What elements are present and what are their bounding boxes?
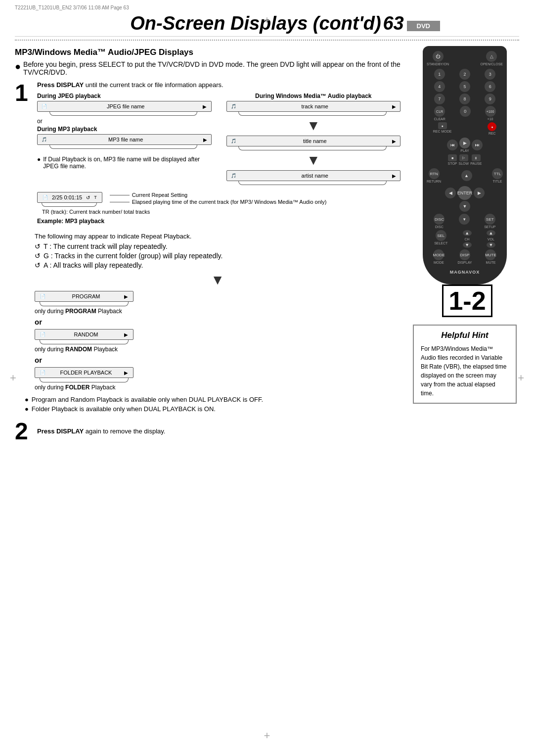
standby-button[interactable]: ⏻ (433, 51, 444, 62)
bullet-text-1: Before you begin, press SELECT to put th… (23, 60, 400, 76)
disc-button[interactable]: DISC (434, 214, 445, 225)
display-button[interactable]: DISP (459, 249, 470, 260)
title-button[interactable]: TTL (492, 168, 503, 179)
rec-button[interactable]: ● (488, 122, 496, 131)
artist-name-box: 🎵 artist name ▶ (226, 170, 401, 181)
down-button[interactable]: ▼ (459, 201, 470, 212)
mp3-arrow: ▶ (203, 137, 207, 142)
random-label: only during RANDOM Playback (35, 346, 400, 353)
button-6[interactable]: 6 (485, 81, 495, 92)
menu-button[interactable]: ▼ (459, 214, 470, 225)
badge-12: 1-2 (442, 284, 492, 317)
open-close-label: OPEN/CLOSE (480, 62, 503, 66)
jpeg-box-wrapper: 📄 JPEG file name ▶ (37, 101, 212, 116)
play-label: PLAY (460, 149, 469, 152)
open-close-button[interactable]: △ (486, 51, 497, 62)
play-button[interactable]: ▶ (459, 138, 470, 148)
return-button[interactable]: RTN (429, 168, 440, 179)
setup-button[interactable]: SET (485, 214, 495, 225)
program-mode-section: 📄 PROGRAM ▶ only during PROGRAM Playback… (35, 291, 400, 326)
standby-btn-area: ⏻ STANDBY/ON (427, 51, 449, 66)
num-row-2: 4 5 6 (427, 81, 503, 92)
rew-btn-area: ⏮ (447, 140, 458, 150)
annotation-repeat: Current Repeat Setting (110, 192, 327, 198)
jpeg-icon: 📄 (42, 104, 47, 109)
jpeg-mp3-col: During JPEG playback 📄 JPEG file name ▶ (37, 93, 212, 173)
mute-button[interactable]: MUTE (485, 249, 496, 260)
ch-down-button[interactable]: ▼ (463, 242, 472, 248)
btn-8-area: 8 (459, 94, 470, 104)
ch-up-button[interactable]: ▲ (463, 230, 472, 236)
title-name-wrapper: 🎵 title name ▶ (226, 136, 401, 150)
num-row-1: 1 2 3 (427, 69, 503, 80)
ch-label: CH (463, 237, 472, 241)
track-annotations: Current Repeat Setting Elapsed playing t… (110, 192, 327, 205)
section-heading: MP3/Windows Media™ Audio/JPEG Displays (15, 47, 400, 57)
mode-label: MODE (434, 261, 444, 264)
select-button[interactable]: SEL (436, 230, 446, 241)
crosshair-bottom: + (264, 729, 270, 742)
spacer (464, 122, 475, 135)
button-5[interactable]: 5 (459, 81, 470, 92)
btn-5-area: 5 (459, 81, 470, 92)
jpeg-display-box: 📄 JPEG file name ▶ (37, 101, 212, 112)
folder-curve (40, 378, 129, 382)
plus100-button[interactable]: +100 (485, 106, 496, 117)
mode-button[interactable]: MODE (433, 249, 444, 260)
title-btn-area: TTL TITLE (492, 168, 503, 183)
program-label: only during PROGRAM Playback (35, 308, 400, 315)
right-button[interactable]: ▶ (474, 188, 485, 198)
slow-button[interactable]: ▷ (459, 154, 468, 161)
annotation-elapsed: Elapsed playing time of the current trac… (110, 199, 327, 205)
clear-btn-area: CLR CLEAR (434, 106, 445, 121)
repeat-a: ↺ A : All tracks will play repeatedly. (35, 261, 400, 269)
artist-name-wrapper: 🎵 artist name ▶ (226, 170, 401, 185)
crosshair-left: + (10, 372, 16, 384)
pause-button[interactable]: ⏸ (472, 154, 481, 161)
wmedia-label: During Windows Media™ Audio playback (226, 93, 401, 99)
button-2[interactable]: 2 (459, 69, 470, 80)
main-content: MP3/Windows Media™ Audio/JPEG Displays ●… (0, 44, 534, 450)
title-icon: 🎵 (231, 139, 236, 143)
track-name-wrapper: 🎵 track name ▶ (226, 101, 401, 116)
button-4[interactable]: 4 (434, 81, 445, 92)
repeat-g-icon: ↺ (35, 252, 41, 260)
page-header: T2221UB_T1201UB_EN2 3/7/06 11:08 AM Page… (0, 0, 534, 10)
stop-btn-area: ■ STOP (448, 154, 457, 165)
select-label: SELECT (434, 241, 447, 245)
setup-btn-area: SET SETUP (484, 214, 495, 229)
crosshair-top: + (264, 14, 270, 27)
mp3-box-wrapper: 🎵 MP3 file name ▶ (37, 134, 212, 149)
return-title-row: RTN RETURN ▲ TTL TITLE (427, 168, 503, 183)
button-3[interactable]: 3 (485, 69, 495, 80)
button-8[interactable]: 8 (459, 94, 470, 104)
rec-mode-button[interactable]: ● (438, 122, 447, 129)
page-title: On-Screen Displays (cont'd) (130, 13, 381, 34)
button-9[interactable]: 9 (485, 94, 495, 104)
step1-text: until the current track or file informat… (86, 81, 223, 89)
button-0[interactable]: 0 (460, 106, 471, 117)
stop-button[interactable]: ■ (448, 154, 457, 161)
random-label-text: only during (35, 346, 65, 353)
button-7[interactable]: 7 (434, 94, 445, 104)
random-or: or (35, 356, 400, 364)
ch-btn-area: ▲ CH ▼ (463, 230, 472, 248)
remote-top-row: ⏻ STANDBY/ON △ OPEN/CLOSE (427, 51, 503, 66)
vol-down-button[interactable]: ▼ (487, 242, 495, 248)
btn-2-area: 2 (459, 69, 470, 80)
vol-up-button[interactable]: ▲ (487, 230, 495, 236)
enter-button[interactable]: ENTER (458, 186, 472, 200)
clear-button[interactable]: CLR (434, 106, 445, 117)
btn-6-area: 6 (485, 81, 495, 92)
up-button[interactable]: ▲ (461, 170, 472, 181)
btn-0-area: 0 (460, 106, 471, 121)
rewind-button[interactable]: ⏮ (447, 140, 458, 150)
button-1[interactable]: 1 (434, 69, 445, 80)
ch-buttons: ▲ CH ▼ (463, 230, 472, 248)
repeat-a-icon: ↺ (35, 261, 41, 269)
fast-forward-button[interactable]: ⏭ (472, 140, 483, 150)
track-icon: 🎵 (231, 104, 236, 109)
left-button[interactable]: ◀ (445, 188, 456, 198)
folder-arrow: ▶ (124, 370, 128, 376)
repeat-a-text: A : All tracks will play repeatedly. (44, 261, 143, 269)
